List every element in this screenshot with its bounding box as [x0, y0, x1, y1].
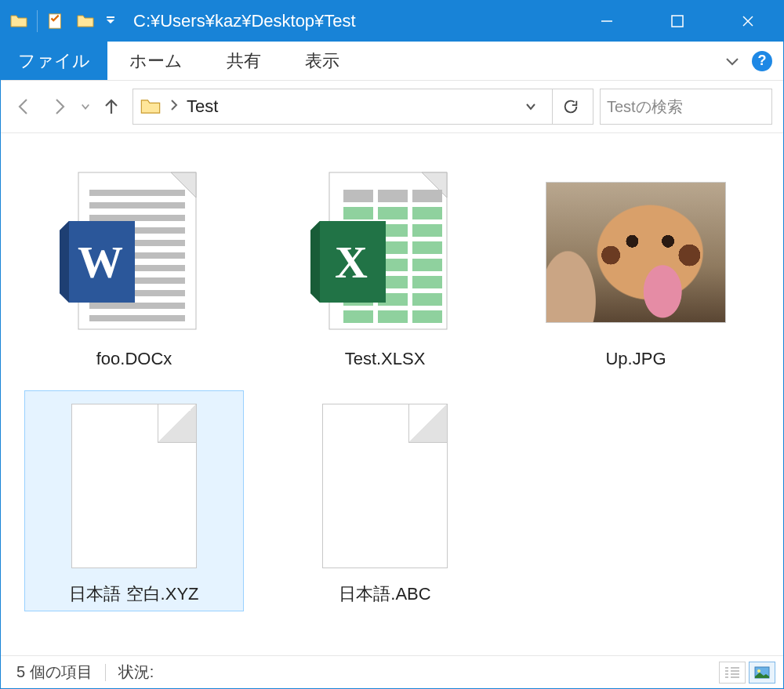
svg-rect-41	[412, 259, 442, 271]
properties-icon[interactable]	[45, 11, 66, 31]
svg-marker-52	[310, 221, 320, 303]
svg-rect-31	[378, 207, 408, 219]
file-name-label: 日本語 空白.XYZ	[69, 582, 198, 606]
svg-rect-28	[378, 190, 408, 202]
file-item[interactable]: 日本語 空白.XYZ	[24, 390, 244, 611]
address-bar[interactable]: Test	[132, 89, 593, 125]
svg-marker-23	[60, 221, 69, 303]
svg-rect-32	[412, 207, 442, 219]
svg-rect-47	[412, 293, 442, 306]
search-input[interactable]	[607, 98, 784, 116]
tab-home[interactable]: ホーム	[107, 42, 205, 80]
file-thumbnail: X	[295, 162, 475, 343]
view-mode-toggle	[719, 662, 775, 684]
help-icon[interactable]: ?	[752, 51, 772, 71]
tab-view[interactable]: 表示	[283, 42, 361, 80]
qat-dropdown-icon[interactable]	[100, 11, 121, 31]
file-list[interactable]: W foo.DOCx X Test.XLSX Up.JPG 日本語 空白.XYZ…	[1, 133, 783, 655]
close-button[interactable]	[713, 1, 783, 42]
file-item[interactable]: W foo.DOCx	[24, 157, 244, 375]
status-label: 状況:	[118, 662, 154, 683]
separator	[37, 10, 38, 32]
svg-rect-30	[343, 207, 373, 219]
back-button[interactable]	[9, 92, 38, 121]
file-item[interactable]: 日本語.ABC	[275, 390, 495, 611]
svg-rect-1	[107, 16, 114, 18]
svg-rect-35	[412, 224, 442, 237]
svg-rect-50	[412, 310, 442, 323]
status-bar: 5 個の項目 状況:	[1, 655, 783, 688]
address-dropdown-icon[interactable]	[521, 100, 541, 113]
ribbon-expand-icon[interactable]	[724, 53, 741, 70]
navigation-bar: Test	[1, 81, 783, 133]
file-item[interactable]: X Test.XLSX	[275, 157, 495, 375]
breadcrumb-item[interactable]: Test	[187, 96, 218, 117]
recent-locations-button[interactable]	[81, 92, 90, 121]
folder-icon	[9, 11, 29, 31]
file-thumbnail	[546, 162, 726, 343]
search-box[interactable]	[600, 89, 772, 125]
file-thumbnail	[295, 396, 475, 576]
minimize-button[interactable]	[572, 1, 642, 42]
file-thumbnail	[44, 396, 224, 576]
svg-text:X: X	[335, 237, 368, 288]
maximize-button[interactable]	[642, 1, 713, 42]
details-view-button[interactable]	[719, 662, 746, 684]
folder-icon	[140, 96, 162, 118]
svg-rect-12	[89, 215, 185, 221]
folder-icon[interactable]	[75, 11, 96, 31]
svg-rect-44	[412, 276, 442, 288]
window-title: C:¥Users¥kaz¥Desktop¥Test	[133, 11, 356, 31]
svg-rect-49	[378, 310, 408, 323]
chevron-right-icon[interactable]	[169, 99, 179, 114]
svg-rect-3	[672, 16, 683, 27]
file-item[interactable]: Up.JPG	[526, 157, 746, 375]
file-name-label: Up.JPG	[605, 349, 666, 369]
window-controls	[572, 1, 783, 42]
file-thumbnail: W	[44, 162, 224, 343]
titlebar: C:¥Users¥kaz¥Desktop¥Test	[1, 1, 783, 42]
quick-access-toolbar	[1, 10, 121, 32]
svg-rect-38	[412, 241, 442, 254]
svg-rect-19	[89, 303, 185, 309]
item-count: 5 個の項目	[16, 662, 93, 683]
svg-rect-27	[343, 190, 373, 202]
file-name-label: foo.DOCx	[96, 349, 172, 369]
file-name-label: Test.XLSX	[345, 349, 426, 369]
thumbnails-view-button[interactable]	[749, 662, 775, 684]
svg-rect-29	[412, 190, 442, 202]
svg-rect-11	[89, 202, 185, 209]
forward-button[interactable]	[45, 92, 74, 121]
refresh-button[interactable]	[552, 89, 588, 125]
svg-rect-48	[343, 310, 373, 323]
svg-point-63	[757, 669, 760, 673]
ribbon-tabs: ファイル ホーム 共有 表示 ?	[1, 42, 783, 81]
tab-file[interactable]: ファイル	[1, 42, 107, 80]
separator	[105, 664, 106, 681]
svg-text:W: W	[78, 237, 123, 288]
file-name-label: 日本語.ABC	[339, 582, 430, 606]
svg-rect-10	[89, 190, 185, 196]
svg-rect-20	[89, 315, 185, 321]
tab-share[interactable]: 共有	[205, 42, 283, 80]
up-button[interactable]	[96, 92, 126, 121]
